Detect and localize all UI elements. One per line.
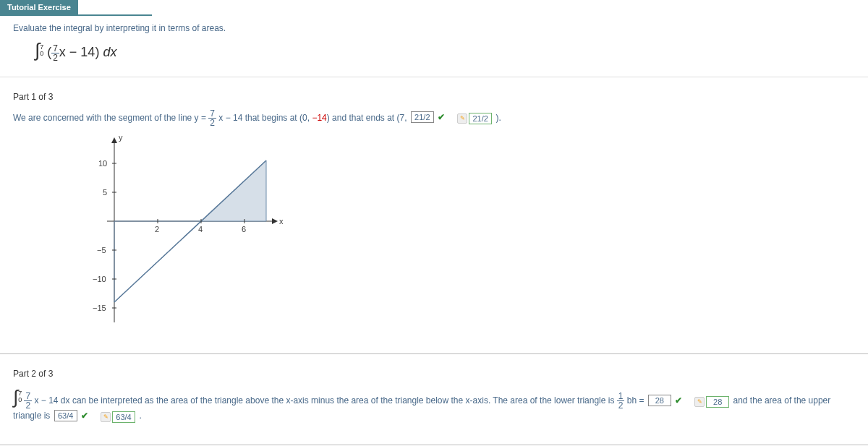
check-icon: ✔ [438, 112, 445, 122]
part2-answer4-box[interactable]: 63/4 [112, 411, 135, 423]
svg-text:y: y [119, 133, 123, 142]
svg-text:−15: −15 [93, 304, 106, 312]
svg-text:2: 2 [155, 225, 159, 233]
svg-text:5: 5 [103, 188, 107, 197]
pencil-icon: ✎ [101, 412, 111, 422]
svg-text:−10: −10 [93, 275, 106, 283]
pencil-icon: ✎ [694, 397, 705, 407]
svg-text:6: 6 [242, 225, 246, 233]
pencil-icon: ✎ [457, 113, 467, 124]
svg-text:x: x [279, 217, 284, 226]
part1-text: We are concerned with the segment of the… [13, 109, 855, 127]
check-icon: ✔ [81, 411, 88, 421]
problem-integral: ∫ 70 (72x − 14) dx [35, 39, 855, 62]
tutorial-exercise-tab: Tutorial Exercise [0, 0, 78, 14]
part1-label: Part 1 of 3 [13, 92, 855, 102]
part2-answer1-box[interactable]: 28 [648, 395, 671, 406]
svg-text:4: 4 [198, 225, 203, 233]
check-icon: ✔ [675, 395, 682, 406]
part2-answer3-box[interactable]: 63/4 [54, 410, 77, 421]
part1-graph: 2 4 6 10 5 −5 −10 −15 y x [85, 127, 855, 332]
part2-answer2-box[interactable]: 28 [706, 396, 729, 408]
problem-instructions: Evaluate the integral by interpreting it… [13, 23, 855, 33]
part1-answer1-box[interactable]: 21/2 [411, 111, 434, 123]
svg-text:10: 10 [98, 159, 107, 168]
svg-text:−5: −5 [97, 246, 106, 254]
part1-answer2-box[interactable]: 21/2 [469, 113, 492, 124]
part2-text: ∫ 70 72 x − 14 dx can be interpreted as … [13, 386, 855, 423]
part2-label: Part 2 of 3 [13, 369, 855, 379]
